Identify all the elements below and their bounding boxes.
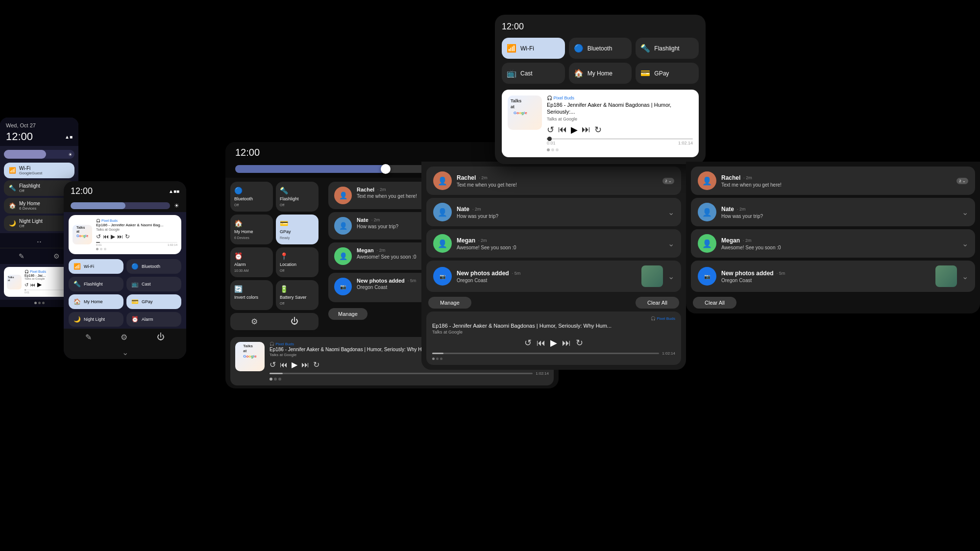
tc-tile-myhome[interactable]: 🏠 My Home 6 Devices xyxy=(230,215,273,244)
photo-thumb xyxy=(935,265,957,287)
phone2-tile-alarm[interactable]: ⏰ Alarm xyxy=(126,312,181,327)
tr-tile-myhome[interactable]: 🏠 My Home xyxy=(569,63,632,84)
manage-button[interactable]: Manage xyxy=(428,297,471,309)
home-icon: 🏠 xyxy=(74,298,81,305)
top-right-panel: 12:00 📶 Wi-Fi 🔵 Bluetooth 🔦 Flashlight 📺… xyxy=(495,15,706,164)
home-icon: 🏠 xyxy=(234,219,269,227)
bnp-rachel[interactable]: 👤 Rachel · 2m Text me when you get here!… xyxy=(426,167,681,195)
power-icon[interactable]: ⏻ xyxy=(291,317,298,326)
tr-tile-gpay[interactable]: 💳 GPay xyxy=(636,63,699,84)
tc-tile-alarm[interactable]: ⏰ Alarm 10:30 AM xyxy=(230,247,273,277)
forward-icon[interactable]: ↻ xyxy=(594,124,602,135)
brightness-icon: ☀ xyxy=(68,152,73,157)
alarm-icon: ⏰ xyxy=(234,252,269,260)
tc-tile-flashlight[interactable]: 🔦 Flashlight Off xyxy=(276,182,318,212)
prev-icon[interactable]: ⏮ xyxy=(30,282,35,287)
bnp-megan[interactable]: 👤 Megan · 2m Awesome! See you soon :0 ⌄ xyxy=(426,229,681,258)
bnp-photos[interactable]: 📷 New photos added · 5m Oregon Coast ⌄ xyxy=(426,261,681,292)
manage-button[interactable]: Manage xyxy=(328,308,368,320)
settings-icon[interactable]: ⚙ xyxy=(121,333,127,342)
forward-icon[interactable]: ↻ xyxy=(125,233,130,240)
megan-avatar: 👤 xyxy=(433,234,452,253)
phone2-collapse-arrow[interactable]: ⌄ xyxy=(64,346,186,359)
gpay-icon: 💳 xyxy=(280,219,315,227)
next-icon[interactable]: ⏭ xyxy=(117,233,123,240)
play-icon[interactable]: ▶ xyxy=(571,124,578,135)
next-icon[interactable]: ⏭ xyxy=(582,124,590,135)
replay-icon[interactable]: ↺ xyxy=(270,360,276,369)
settings-icon[interactable]: ⚙ xyxy=(53,252,60,260)
tc-tile-invert[interactable]: 🔄 Invert colors xyxy=(230,280,273,310)
play-icon[interactable]: ▶ xyxy=(292,360,297,369)
tr-tile-bluetooth[interactable]: 🔵 Bluetooth xyxy=(569,38,632,59)
wifi-icon: 📶 xyxy=(9,167,16,174)
tc-tile-location[interactable]: 📍 Location Off xyxy=(276,247,318,277)
alarm-icon: ⏰ xyxy=(131,316,139,323)
phone2-tile-bluetooth[interactable]: 🔵 Bluetooth xyxy=(126,259,181,274)
tc-tile-battery[interactable]: 🔋 Battery Saver Off xyxy=(276,280,318,310)
phone1-header: Wed, Oct 27 12:00 ▲■ xyxy=(0,118,78,146)
next-icon[interactable]: ⏭ xyxy=(562,338,571,348)
next-icon[interactable]: ⏭ xyxy=(301,360,309,369)
tr-tile-wifi[interactable]: 📶 Wi-Fi xyxy=(502,38,565,59)
photos-avatar: 📷 xyxy=(698,267,716,286)
phone1-status: ▲■ xyxy=(65,134,73,140)
bnp-media: 🎧 Pixel Buds Ep186 - Jennifer Aaker & Na… xyxy=(426,311,681,365)
photos-avatar: 📷 xyxy=(334,278,352,295)
phone2-tile-cast[interactable]: 📺 Cast xyxy=(126,277,181,291)
photo-thumb xyxy=(641,265,663,287)
phone2-tile-night[interactable]: 🌙 Night Light xyxy=(69,312,123,327)
power-icon[interactable]: ⏻ xyxy=(157,333,165,342)
phone2-tile-flashlight[interactable]: 🔦 Flashlight xyxy=(69,277,123,291)
tc-tile-gpay[interactable]: 💳 GPay Ready xyxy=(276,215,318,244)
fr-notif-nate[interactable]: 👤 Nate · 2m How was your trip? ⌄ xyxy=(691,198,975,226)
clear-all-button[interactable]: Clear All xyxy=(636,297,679,309)
fr-notif-photos[interactable]: 📷 New photos added · 5m Oregon Coast ⌄ xyxy=(691,261,975,292)
tablet-center-tiles: 🔵 Bluetooth Off 🔦 Flashlight Off 🏠 My Ho… xyxy=(225,178,323,334)
forward-icon[interactable]: ↻ xyxy=(576,337,583,348)
tablet-center-time: 12:00 xyxy=(235,147,260,158)
phone1-brightness[interactable]: ☀ xyxy=(4,150,74,159)
phone2-tiles: 📶 Wi-Fi 🔵 Bluetooth 🔦 Flashlight 📺 Cast … xyxy=(64,257,186,329)
tr-tile-flashlight[interactable]: 🔦 Flashlight xyxy=(636,38,699,59)
forward-icon[interactable]: ↻ xyxy=(313,360,319,369)
prev-icon[interactable]: ⏮ xyxy=(558,124,567,135)
replay-icon[interactable]: ↺ xyxy=(547,124,554,135)
replay-icon[interactable]: ↺ xyxy=(96,233,101,240)
top-right-tiles: 📶 Wi-Fi 🔵 Bluetooth 🔦 Flashlight 📺 Cast … xyxy=(502,38,699,84)
tr-tile-cast[interactable]: 📺 Cast xyxy=(502,63,565,84)
play-icon[interactable]: ▶ xyxy=(550,337,557,348)
gpay-icon: 💳 xyxy=(131,298,139,305)
bluetooth-icon: 🔵 xyxy=(234,187,269,194)
phone2-bottom-bar: ✎ ⚙ ⏻ xyxy=(64,329,186,346)
flashlight-icon: 🔦 xyxy=(9,185,16,192)
replay-icon[interactable]: ↺ xyxy=(524,337,532,348)
phone1-tile-wifi[interactable]: 📶 Wi-Fi GoogleGuest xyxy=(4,163,74,178)
prev-icon[interactable]: ⏮ xyxy=(537,338,545,348)
flashlight-icon: 🔦 xyxy=(640,44,650,53)
play-icon[interactable]: ▶ xyxy=(37,281,42,288)
flashlight-icon: 🔦 xyxy=(74,281,81,287)
phone2-brightness[interactable]: ☀ xyxy=(64,199,186,212)
prev-icon[interactable]: ⏮ xyxy=(280,360,288,369)
bluetooth-icon: 🔵 xyxy=(131,263,139,270)
prev-icon[interactable]: ⏮ xyxy=(103,233,109,240)
edit-icon[interactable]: ✎ xyxy=(85,333,92,342)
phone2-tile-myhome[interactable]: 🏠 My Home xyxy=(69,294,123,309)
phone2: 12:00 ▲■■ ☀ TalksatGoogle 🎧 Pixel Buds E… xyxy=(64,181,186,359)
phone2-time: 12:00 xyxy=(71,186,93,196)
play-icon[interactable]: ▶ xyxy=(111,233,115,240)
wifi-icon: 📶 xyxy=(507,44,516,53)
edit-icon[interactable]: ✎ xyxy=(19,252,24,260)
fr-notif-megan[interactable]: 👤 Megan · 2m Awesome! See you soon :0 ⌄ xyxy=(691,229,975,258)
phone2-tile-gpay[interactable]: 💳 GPay xyxy=(126,294,181,309)
brightness-icon: ☀ xyxy=(174,202,179,209)
tc-tile-bluetooth[interactable]: 🔵 Bluetooth Off xyxy=(230,182,273,212)
settings-icon[interactable]: ⚙ xyxy=(251,317,258,326)
clear-all-button[interactable]: Clear All xyxy=(693,297,736,309)
bnp-nate[interactable]: 👤 Nate · 2m How was your trip? ⌄ xyxy=(426,198,681,226)
phone1-date: Wed, Oct 27 xyxy=(6,122,73,128)
fr-notif-rachel[interactable]: 👤 Rachel · 2m Text me when you get here!… xyxy=(691,167,975,195)
replay-icon[interactable]: ↺ xyxy=(24,282,28,287)
phone2-tile-wifi[interactable]: 📶 Wi-Fi xyxy=(69,259,123,274)
